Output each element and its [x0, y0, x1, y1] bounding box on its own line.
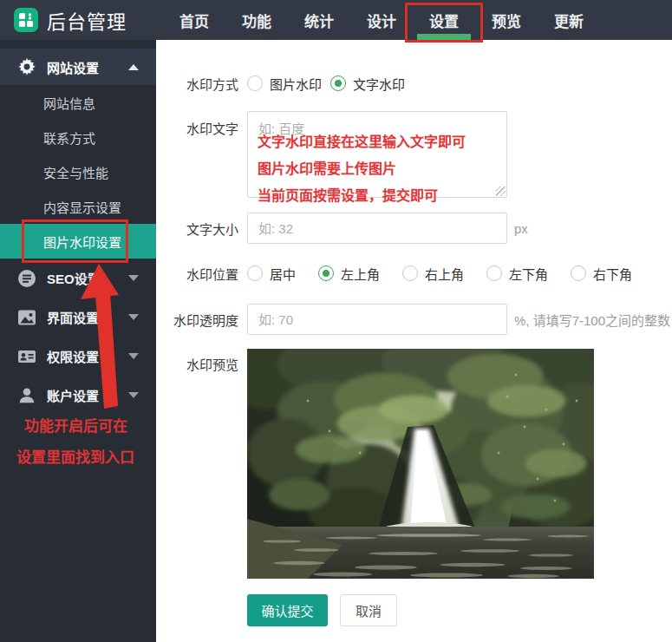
brand[interactable]: 后台管理	[14, 6, 127, 34]
nav-item-update[interactable]: 更新	[538, 0, 600, 40]
id-card-icon	[17, 347, 36, 366]
sidebar-submenu: 网站信息 联系方式 安全与性能 内容显示设置 图片水印设置	[0, 85, 156, 259]
radio-circle-icon	[571, 265, 586, 281]
radio-label: 图片水印	[270, 75, 322, 93]
field-label: 水印透明度	[160, 311, 238, 329]
watermark-opacity-input[interactable]	[247, 304, 507, 335]
annotation-note-line2: 设置里面找到入口	[16, 445, 134, 467]
text-size-input[interactable]	[247, 213, 507, 244]
watermark-preview-row: 水印预览	[160, 349, 672, 579]
app-root: 后台管理 首页 功能 统计 设计 设置 预览 更新 网站设置	[0, 0, 672, 642]
top-navbar: 后台管理 首页 功能 统计 设计 设置 预览 更新	[0, 0, 672, 40]
annotation-note-line1: 功能开启后可在	[24, 414, 127, 436]
chevron-down-icon	[128, 314, 139, 320]
app-logo-icon	[14, 8, 38, 32]
text-size-row: 文字大小 px	[160, 213, 672, 244]
radio-position-top-right[interactable]: 右上角	[402, 265, 464, 283]
cancel-button[interactable]: 取消	[340, 594, 397, 626]
radio-circle-icon	[247, 265, 263, 281]
field-label: 水印位置	[160, 265, 238, 283]
chevron-down-icon	[128, 353, 139, 359]
watermark-text-input[interactable]	[247, 111, 507, 198]
field-label: 水印文字	[160, 111, 238, 137]
nav-item-preview[interactable]: 预览	[475, 0, 538, 40]
sidebar-item-content-display[interactable]: 内容显示设置	[0, 189, 156, 224]
nav-item-features[interactable]: 功能	[225, 0, 288, 40]
radio-label: 文字水印	[353, 75, 405, 93]
unit-suffix: %, 请填写7-100之间的整数	[514, 311, 670, 329]
watermark-opacity-row: 水印透明度 %, 请填写7-100之间的整数	[160, 304, 672, 335]
gear-icon	[17, 57, 36, 76]
field-label: 水印预览	[160, 349, 238, 373]
radio-position-bottom-left[interactable]: 左下角	[486, 265, 548, 283]
sidebar-group-label: 界面设置	[47, 308, 128, 326]
chevron-down-icon	[128, 275, 139, 281]
nav-item-statistics[interactable]: 统计	[288, 0, 350, 40]
radio-position-center[interactable]: 居中	[247, 265, 296, 283]
watermark-position-row: 水印位置 居中 左上角 右上角 左下角	[160, 265, 672, 282]
sidebar-group-label: 网站设置	[47, 58, 128, 76]
sidebar-group-seo[interactable]: SEO设置	[0, 259, 156, 298]
radio-circle-icon	[486, 265, 502, 281]
radio-label: 右下角	[593, 265, 632, 283]
nav-item-settings-label: 设置	[429, 10, 459, 31]
sidebar: 网站设置 网站信息 联系方式 安全与性能 内容显示设置 图片水印设置 SEO设置	[0, 40, 156, 642]
user-icon	[17, 386, 36, 405]
radio-label: 右上角	[425, 265, 464, 283]
watermark-method-radio-group: 图片水印 文字水印	[247, 75, 405, 93]
unit-suffix: px	[514, 221, 528, 236]
seo-circle-icon	[17, 269, 36, 288]
sidebar-item-contact[interactable]: 联系方式	[0, 120, 156, 154]
sidebar-item-site-info[interactable]: 网站信息	[0, 85, 156, 120]
radio-label: 居中	[270, 265, 296, 283]
sidebar-group-label: 权限设置	[47, 347, 128, 365]
watermark-preview-image	[247, 349, 594, 579]
radio-image-watermark[interactable]: 图片水印	[247, 75, 322, 93]
sidebar-item-security-performance[interactable]: 安全与性能	[0, 154, 156, 189]
sidebar-group-interface[interactable]: 界面设置	[0, 298, 156, 337]
radio-label: 左上角	[341, 265, 380, 283]
sidebar-group-account[interactable]: 账户设置	[0, 376, 156, 415]
radio-circle-checked-icon	[330, 75, 346, 91]
main-nav: 首页 功能 统计 设计 设置 预览 更新	[163, 0, 600, 40]
submit-button[interactable]: 确认提交	[247, 594, 328, 626]
radio-circle-icon	[402, 265, 418, 281]
resize-handle[interactable]	[496, 187, 506, 196]
radio-circle-icon	[247, 75, 263, 91]
sidebar-group-permissions[interactable]: 权限设置	[0, 337, 156, 376]
nav-item-home[interactable]: 首页	[163, 0, 225, 40]
watermark-text-row: 水印文字 文字水印直接在这里输入文字即可 图片水印需要上传图片 当前页面按需设置…	[160, 111, 672, 198]
radio-position-bottom-right[interactable]: 右下角	[571, 265, 632, 283]
field-label: 文字大小	[160, 219, 238, 238]
form-actions-row: 确认提交 取消	[160, 594, 672, 626]
sidebar-item-image-watermark[interactable]: 图片水印设置	[0, 224, 156, 259]
nav-item-settings[interactable]: 设置	[413, 0, 475, 40]
image-icon	[17, 308, 36, 327]
field-label: 水印方式	[160, 75, 238, 93]
brand-title: 后台管理	[47, 6, 127, 34]
sidebar-group-label: SEO设置	[47, 269, 128, 287]
radio-position-top-left[interactable]: 左上角	[318, 265, 380, 283]
watermark-text-field-wrap: 文字水印直接在这里输入文字即可 图片水印需要上传图片 当前页面按需设置，提交即可	[247, 111, 507, 198]
sidebar-group-label: 账户设置	[47, 386, 128, 404]
watermark-settings-panel: 水印方式 图片水印 文字水印 水印文字 文字水印直接在这里输入文字即可 图片水印…	[156, 40, 672, 642]
chevron-up-icon	[128, 64, 139, 70]
watermark-position-radio-group: 居中 左上角 右上角 左下角 右下角	[247, 265, 632, 283]
chevron-down-icon	[128, 392, 139, 398]
radio-circle-checked-icon	[318, 265, 334, 281]
watermark-method-row: 水印方式 图片水印 文字水印	[160, 75, 672, 92]
radio-label: 左下角	[509, 265, 548, 283]
sidebar-group-website-settings[interactable]: 网站设置	[0, 49, 156, 85]
nav-item-design[interactable]: 设计	[350, 0, 413, 40]
radio-text-watermark[interactable]: 文字水印	[330, 75, 405, 93]
active-tab-underline	[417, 34, 471, 40]
